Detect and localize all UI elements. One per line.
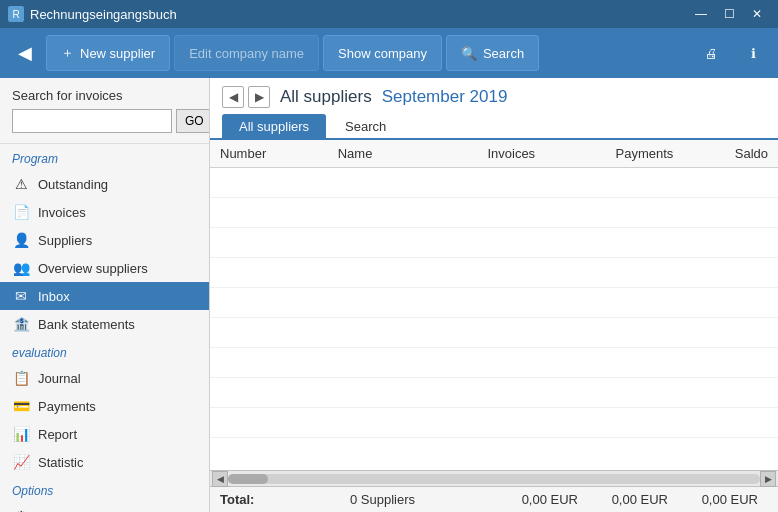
col-invoices: Invoices: [425, 140, 545, 168]
sidebar-item-report[interactable]: 📊 Report: [0, 420, 209, 448]
new-supplier-button[interactable]: ＋ New supplier: [46, 35, 170, 71]
sidebar-item-journal[interactable]: 📋 Journal: [0, 364, 209, 392]
sidebar-item-journal-label: Journal: [38, 371, 81, 386]
search-button[interactable]: 🔍 Search: [446, 35, 539, 71]
tab-search[interactable]: Search: [328, 114, 403, 138]
outstanding-icon: ⚠: [12, 175, 30, 193]
col-saldo: Saldo: [683, 140, 778, 168]
scrollbar-track[interactable]: [228, 474, 760, 484]
table-row: [210, 168, 778, 198]
report-icon: 📊: [12, 425, 30, 443]
sidebar-item-bank-statements[interactable]: 🏦 Bank statements: [0, 310, 209, 338]
toolbar: ◀ ＋ New supplier Edit company name Show …: [0, 28, 778, 78]
content-tabs: All suppliers Search: [210, 108, 778, 140]
print-button[interactable]: 🖨: [694, 36, 728, 70]
suppliers-icon: 👤: [12, 231, 30, 249]
minimize-button[interactable]: —: [688, 4, 714, 24]
title-bar-left: R Rechnungseingangsbuch: [8, 6, 177, 22]
options-section-label: Options: [0, 476, 209, 502]
sidebar-item-settings-label: Settings: [38, 509, 85, 513]
table-row: [210, 228, 778, 258]
window-title: Rechnungseingangsbuch: [30, 7, 177, 22]
invoices-icon: 📄: [12, 203, 30, 221]
content-area: ◀ ▶ All suppliers September 2019 All sup…: [210, 78, 778, 512]
table-body: [210, 168, 778, 438]
print-icon: 🖨: [705, 46, 718, 61]
table-header-row: Number Name Invoices Payments Saldo: [210, 140, 778, 168]
sidebar-item-inbox[interactable]: ✉ Inbox: [0, 282, 209, 310]
sidebar-item-payments[interactable]: 💳 Payments: [0, 392, 209, 420]
go-button[interactable]: GO: [176, 109, 210, 133]
payments-icon: 💳: [12, 397, 30, 415]
scrollbar-thumb[interactable]: [228, 474, 268, 484]
table-row: [210, 378, 778, 408]
search-icon: 🔍: [461, 46, 477, 61]
search-section: Search for invoices GO: [0, 78, 209, 144]
sidebar-item-inbox-label: Inbox: [38, 289, 70, 304]
total-label: Total:: [220, 492, 350, 507]
table-container[interactable]: Number Name Invoices Payments Saldo: [210, 140, 778, 470]
table-row: [210, 408, 778, 438]
overview-suppliers-icon: 👥: [12, 259, 30, 277]
content-header: ◀ ▶ All suppliers September 2019: [210, 78, 778, 108]
journal-icon: 📋: [12, 369, 30, 387]
edit-company-button[interactable]: Edit company name: [174, 35, 319, 71]
sidebar-item-overview-suppliers-label: Overview suppliers: [38, 261, 148, 276]
edit-company-label: Edit company name: [189, 46, 304, 61]
content-back-button[interactable]: ◀: [222, 86, 244, 108]
footer-totals-row: Total: 0 Suppliers 0,00 EUR 0,00 EUR 0,0…: [210, 487, 778, 512]
sidebar-item-statistic[interactable]: 📈 Statistic: [0, 448, 209, 476]
content-subtitle: September 2019: [382, 87, 508, 107]
close-button[interactable]: ✕: [744, 4, 770, 24]
back-button[interactable]: ◀: [8, 35, 42, 71]
sidebar-item-invoices-label: Invoices: [38, 205, 86, 220]
table-row: [210, 198, 778, 228]
toolbar-actions: 🖨 ℹ: [694, 36, 770, 70]
statistic-icon: 📈: [12, 453, 30, 471]
title-bar: R Rechnungseingangsbuch — ☐ ✕: [0, 0, 778, 28]
new-supplier-icon: ＋: [61, 44, 74, 62]
content-forward-button[interactable]: ▶: [248, 86, 270, 108]
horizontal-scrollbar[interactable]: ◀ ▶: [210, 471, 778, 487]
col-number: Number: [210, 140, 328, 168]
sidebar-item-suppliers-label: Suppliers: [38, 233, 92, 248]
invoices-total: 0,00 EUR: [498, 492, 588, 507]
content-nav: ◀ ▶: [222, 86, 270, 108]
suppliers-table: Number Name Invoices Payments Saldo: [210, 140, 778, 438]
app-icon: R: [8, 6, 24, 22]
col-payments: Payments: [545, 140, 683, 168]
saldo-total: 0,00 EUR: [678, 492, 768, 507]
sidebar-item-statistic-label: Statistic: [38, 455, 84, 470]
sidebar-item-payments-label: Payments: [38, 399, 96, 414]
table-row: [210, 348, 778, 378]
show-company-label: Show company: [338, 46, 427, 61]
new-supplier-label: New supplier: [80, 46, 155, 61]
suppliers-count: 0 Suppliers: [350, 492, 498, 507]
search-for-invoices-label: Search for invoices: [12, 88, 197, 103]
show-company-button[interactable]: Show company: [323, 35, 442, 71]
sidebar-item-outstanding-label: Outstanding: [38, 177, 108, 192]
table-row: [210, 318, 778, 348]
evaluation-section-label: evaluation: [0, 338, 209, 364]
scroll-left-arrow[interactable]: ◀: [212, 471, 228, 487]
sidebar-item-bank-statements-label: Bank statements: [38, 317, 135, 332]
content-title: All suppliers: [280, 87, 372, 107]
maximize-button[interactable]: ☐: [716, 4, 742, 24]
program-section-label: Program: [0, 144, 209, 170]
title-bar-controls: — ☐ ✕: [688, 4, 770, 24]
tab-all-suppliers[interactable]: All suppliers: [222, 114, 326, 138]
scroll-right-arrow[interactable]: ▶: [760, 471, 776, 487]
sidebar-item-overview-suppliers[interactable]: 👥 Overview suppliers: [0, 254, 209, 282]
sidebar-item-settings[interactable]: ⚙ Settings: [0, 502, 209, 512]
sidebar-item-invoices[interactable]: 📄 Invoices: [0, 198, 209, 226]
payments-total: 0,00 EUR: [588, 492, 678, 507]
search-input[interactable]: [12, 109, 172, 133]
table-row: [210, 258, 778, 288]
info-button[interactable]: ℹ: [736, 36, 770, 70]
inbox-icon: ✉: [12, 287, 30, 305]
col-name: Name: [328, 140, 425, 168]
search-label: Search: [483, 46, 524, 61]
sidebar-item-suppliers[interactable]: 👤 Suppliers: [0, 226, 209, 254]
sidebar-item-outstanding[interactable]: ⚠ Outstanding: [0, 170, 209, 198]
table-row: [210, 288, 778, 318]
